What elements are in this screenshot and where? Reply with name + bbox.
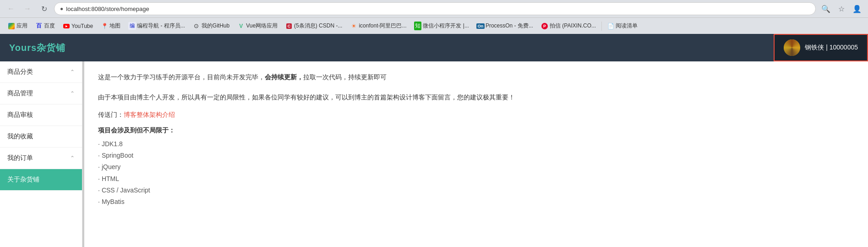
vue-icon: V xyxy=(238,23,244,29)
link-line: 传送门：博客整体架构介绍 xyxy=(98,111,854,119)
bookmark-github-label: 我的GitHub xyxy=(202,22,229,30)
code-icon: 编 xyxy=(129,23,135,29)
map-icon: 📍 xyxy=(101,23,108,29)
intro-highlight: 会持续更新， xyxy=(265,73,303,81)
content-wrapper: 商品分类 ⌃ 商品管理 ⌃ 商品审核 我的收藏 我的订单 ⌃ 关于杂货铺 xyxy=(0,61,868,247)
bookmark-code[interactable]: 编 编程导航 - 程序员... xyxy=(125,20,189,32)
csdn-icon: C xyxy=(286,23,292,29)
sidebar-item-about-label: 关于杂货铺 xyxy=(7,176,39,184)
bookmark-paixin[interactable]: P 拍信 (PAIXIN.CO... xyxy=(538,20,600,32)
browser-chrome: ← → ↻ ● localhost:8080/store/homepage 🔍 … xyxy=(0,0,868,34)
baidu-icon: 百 xyxy=(36,23,42,29)
processon-icon: On xyxy=(477,23,484,29)
bookmark-csdn[interactable]: C (5条消息) CSDN -... xyxy=(282,20,346,32)
bookmark-wx[interactable]: 知 微信小程序开发 |... xyxy=(411,20,472,32)
bookmark-youtube-label: YouTube xyxy=(71,23,93,29)
youtube-icon xyxy=(63,23,70,29)
chevron-down-icon-3: ⌃ xyxy=(70,155,75,161)
sidebar-item-favorites[interactable]: 我的收藏 xyxy=(0,126,82,148)
sidebar-item-manage-label: 商品管理 xyxy=(7,89,33,98)
refresh-button[interactable]: ↻ xyxy=(38,2,50,15)
tech-item-springboot: SpringBoot xyxy=(98,150,854,161)
sidebar-item-category[interactable]: 商品分类 ⌃ xyxy=(0,61,82,83)
sidebar-item-audit[interactable]: 商品审核 xyxy=(0,104,82,126)
app-header: Yours杂货铺 钢铁侠 | 10000005 xyxy=(0,34,868,61)
bookmark-csdn-label: (5条消息) CSDN -... xyxy=(294,22,342,30)
app-container: Yours杂货铺 钢铁侠 | 10000005 商品分类 ⌃ 商品管理 ⌃ 商品… xyxy=(0,34,868,247)
tech-item-html: HTML xyxy=(98,173,854,185)
bookmark-processon[interactable]: On ProcessOn - 免费... xyxy=(474,20,537,32)
wx-icon: 知 xyxy=(415,23,421,29)
paixin-icon: P xyxy=(541,23,548,29)
sidebar-item-manage[interactable]: 商品管理 ⌃ xyxy=(0,83,82,104)
user-display: 钢铁侠 | 10000005 xyxy=(805,44,858,52)
avatar-image xyxy=(784,39,800,56)
desc-text-content: 由于本项目由博主个人开发，所以具有一定的局限性，如果各位同学有较好的建议，可以到… xyxy=(98,93,515,101)
reader-icon: 📄 xyxy=(607,23,614,29)
bookmark-map[interactable]: 📍 地图 xyxy=(98,20,124,32)
search-icon-btn[interactable]: 🔍 xyxy=(819,2,832,15)
bookmark-vue[interactable]: V Vue网络应用 xyxy=(234,20,281,32)
tech-item-jquery: jQuery xyxy=(98,161,854,173)
address-bar[interactable]: ● localhost:8080/store/homepage xyxy=(54,2,816,15)
bookmark-code-label: 编程导航 - 程序员... xyxy=(137,22,185,30)
lock-icon: ● xyxy=(60,5,63,12)
main-content: 这是一个致力于学习练手的开源平台，目前尚未开发完毕，会持续更新，拉取一次代码，持… xyxy=(84,61,868,247)
bookmark-github[interactable]: ⊙ 我的GitHub xyxy=(190,20,233,32)
tech-heading: 项目会涉及到但不局限于： xyxy=(98,126,854,135)
avatar xyxy=(784,39,800,56)
chevron-down-icon: ⌃ xyxy=(70,69,75,75)
iconfont-icon: ☀ xyxy=(350,23,357,29)
bookmark-youtube[interactable]: YouTube xyxy=(60,21,97,31)
link-prefix: 传送门： xyxy=(98,111,124,118)
bookmark-reader-label: 阅读清单 xyxy=(616,22,638,30)
bookmark-wx-label: 微信小程序开发 |... xyxy=(423,22,469,30)
sidebar-item-orders[interactable]: 我的订单 ⌃ xyxy=(0,148,82,169)
url-text: localhost:8080/store/homepage xyxy=(66,5,149,12)
bookmark-vue-label: Vue网络应用 xyxy=(246,22,278,30)
chevron-down-icon-2: ⌃ xyxy=(70,90,75,97)
bookmark-baidu[interactable]: 百 百度 xyxy=(32,20,59,32)
blog-link[interactable]: 博客整体架构介绍 xyxy=(124,111,175,118)
app-logo: Yours杂货铺 xyxy=(9,42,66,54)
back-button[interactable]: ← xyxy=(5,2,17,15)
github-icon: ⊙ xyxy=(193,23,200,29)
tech-item-css: CSS / JavaScript xyxy=(98,185,854,196)
bookmark-paixin-label: 拍信 (PAIXIN.CO... xyxy=(550,22,596,30)
profile-button[interactable]: 👤 xyxy=(851,2,863,15)
nav-right-icons: 🔍 ☆ 👤 xyxy=(819,2,863,15)
bookmark-apps-label: 应用 xyxy=(16,22,27,30)
bookmark-reader[interactable]: 📄 阅读清单 xyxy=(604,20,641,32)
sidebar-item-orders-label: 我的订单 xyxy=(7,154,33,162)
sidebar-item-favorites-label: 我的收藏 xyxy=(7,132,33,141)
user-info-panel: 钢铁侠 | 10000005 xyxy=(774,34,868,61)
intro-text-start: 这是一个致力于学习练手的开源平台，目前尚未开发完毕， xyxy=(98,73,265,81)
bookmarks-bar: 应用 百 百度 YouTube 📍 地图 编 编程导航 - 程序员... ⊙ 我… xyxy=(0,17,868,34)
nav-bar: ← → ↻ ● localhost:8080/store/homepage 🔍 … xyxy=(0,0,868,17)
intro-paragraph: 这是一个致力于学习练手的开源平台，目前尚未开发完毕，会持续更新，拉取一次代码，持… xyxy=(98,71,854,83)
forward-button[interactable]: → xyxy=(21,2,34,15)
bookmark-apps[interactable]: 应用 xyxy=(5,20,31,32)
tech-item-jdk: JDK1.8 xyxy=(98,138,854,150)
bookmark-map-label: 地图 xyxy=(109,22,120,30)
apps-icon xyxy=(8,23,15,29)
bookmark-iconfont-label: iconfont-阿里巴巴... xyxy=(359,22,406,30)
bookmark-star-button[interactable]: ☆ xyxy=(835,2,848,15)
bookmark-iconfont[interactable]: ☀ iconfont-阿里巴巴... xyxy=(347,20,410,32)
tech-list: 项目会涉及到但不局限于： JDK1.8 SpringBoot jQuery HT… xyxy=(98,126,854,208)
bookmark-baidu-label: 百度 xyxy=(44,22,55,30)
sidebar-item-audit-label: 商品审核 xyxy=(7,111,33,119)
desc-paragraph: 由于本项目由博主个人开发，所以具有一定的局限性，如果各位同学有较好的建议，可以到… xyxy=(98,91,854,104)
bookmark-processon-label: ProcessOn - 免费... xyxy=(486,22,533,30)
intro-text-end: 拉取一次代码，持续更新即可 xyxy=(303,73,387,81)
bookmarks-divider xyxy=(601,22,602,31)
sidebar-item-about[interactable]: 关于杂货铺 xyxy=(0,169,82,191)
tech-item-mybatis: MyBatis xyxy=(98,196,854,208)
sidebar: 商品分类 ⌃ 商品管理 ⌃ 商品审核 我的收藏 我的订单 ⌃ 关于杂货铺 xyxy=(0,61,82,247)
sidebar-item-category-label: 商品分类 xyxy=(7,68,33,76)
